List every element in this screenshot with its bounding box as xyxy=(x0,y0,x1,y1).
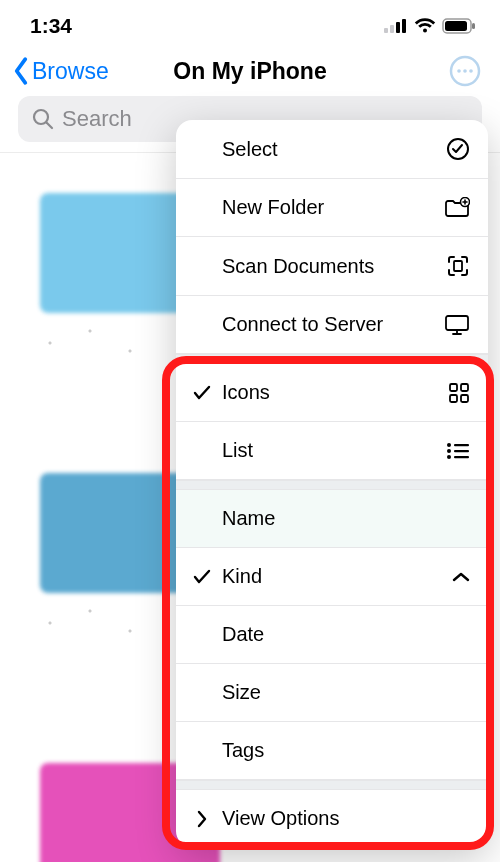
menu-sort-size-label: Size xyxy=(222,681,261,704)
menu-connect-label: Connect to Server xyxy=(222,313,383,336)
svg-rect-0 xyxy=(384,28,388,33)
status-time: 1:34 xyxy=(30,14,72,38)
menu-sort-name[interactable]: Name xyxy=(176,490,488,548)
svg-rect-6 xyxy=(472,23,475,29)
menu-divider xyxy=(176,780,488,790)
back-label: Browse xyxy=(32,58,109,85)
wifi-icon xyxy=(414,18,436,34)
svg-rect-16 xyxy=(446,316,468,330)
svg-rect-18 xyxy=(461,384,468,391)
checkmark-icon xyxy=(193,569,211,585)
menu-new-folder-label: New Folder xyxy=(222,196,324,219)
menu-scan-documents[interactable]: Scan Documents xyxy=(176,237,488,296)
menu-sort-name-label: Name xyxy=(222,507,275,530)
svg-point-8 xyxy=(457,69,461,73)
svg-point-9 xyxy=(463,69,467,73)
nav-header: Browse On My iPhone xyxy=(0,44,500,90)
svg-rect-3 xyxy=(402,19,406,33)
chevron-up-icon xyxy=(452,571,470,583)
status-icons xyxy=(384,18,476,34)
menu-view-options[interactable]: View Options xyxy=(176,790,488,847)
svg-rect-15 xyxy=(454,261,462,271)
svg-point-23 xyxy=(447,449,451,453)
menu-scan-label: Scan Documents xyxy=(222,255,374,278)
viewfinder-icon xyxy=(446,254,470,278)
menu-sort-date[interactable]: Date xyxy=(176,606,488,664)
menu-new-folder[interactable]: New Folder xyxy=(176,179,488,237)
menu-view-icons-label: Icons xyxy=(222,381,270,404)
chevron-left-icon xyxy=(10,56,32,86)
ellipsis-circle-icon xyxy=(449,55,481,87)
display-icon xyxy=(444,314,470,336)
svg-rect-20 xyxy=(461,395,468,402)
menu-sort-tags[interactable]: Tags xyxy=(176,722,488,780)
svg-rect-26 xyxy=(454,456,469,458)
menu-view-options-label: View Options xyxy=(222,807,339,830)
cellular-icon xyxy=(384,19,408,33)
svg-rect-1 xyxy=(390,25,394,33)
svg-rect-5 xyxy=(445,21,467,31)
svg-point-10 xyxy=(469,69,473,73)
checkmark-icon xyxy=(193,385,211,401)
svg-rect-2 xyxy=(396,22,400,33)
checkmark-circle-icon xyxy=(446,137,470,161)
svg-rect-17 xyxy=(450,384,457,391)
chevron-right-icon xyxy=(196,810,208,828)
list-icon xyxy=(446,442,470,460)
folder-plus-icon xyxy=(444,197,470,219)
menu-sort-tags-label: Tags xyxy=(222,739,264,762)
menu-divider xyxy=(176,480,488,490)
svg-point-21 xyxy=(447,443,451,447)
menu-sort-kind-label: Kind xyxy=(222,565,262,588)
back-button[interactable]: Browse xyxy=(10,56,109,86)
menu-select-label: Select xyxy=(222,138,278,161)
menu-sort-size[interactable]: Size xyxy=(176,664,488,722)
menu-sort-date-label: Date xyxy=(222,623,264,646)
battery-icon xyxy=(442,18,476,34)
svg-rect-22 xyxy=(454,444,469,446)
menu-view-list[interactable]: List xyxy=(176,422,488,480)
grid-icon xyxy=(448,382,470,404)
page-title: On My iPhone xyxy=(173,58,326,85)
menu-select[interactable]: Select xyxy=(176,120,488,179)
context-menu: Select New Folder Scan Documents Connect… xyxy=(176,120,488,847)
more-button[interactable] xyxy=(448,54,482,88)
svg-point-25 xyxy=(447,455,451,459)
status-bar: 1:34 xyxy=(0,0,500,44)
svg-rect-19 xyxy=(450,395,457,402)
menu-view-icons[interactable]: Icons xyxy=(176,364,488,422)
menu-view-list-label: List xyxy=(222,439,253,462)
svg-rect-24 xyxy=(454,450,469,452)
search-icon xyxy=(32,108,54,130)
menu-connect-server[interactable]: Connect to Server xyxy=(176,296,488,354)
svg-line-12 xyxy=(47,123,53,129)
search-placeholder: Search xyxy=(62,106,132,132)
menu-sort-kind[interactable]: Kind xyxy=(176,548,488,606)
menu-divider xyxy=(176,354,488,364)
